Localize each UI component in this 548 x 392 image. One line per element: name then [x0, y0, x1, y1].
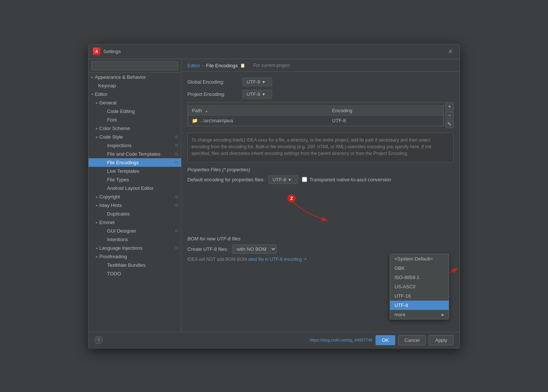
sidebar-item-gui-designer[interactable]: GUI Designer⧉	[88, 227, 181, 235]
create-utf8-select[interactable]: with NO BOM	[232, 244, 277, 254]
search-input[interactable]	[91, 61, 178, 70]
title-bar-left: A Settings	[93, 48, 121, 55]
chevron-icon: ▸	[96, 126, 98, 130]
search-box	[88, 59, 181, 73]
breadcrumb-project[interactable]: For current project	[254, 63, 290, 68]
sidebar-item-todo[interactable]: TODO	[88, 269, 181, 278]
sidebar-item-label: GUI Designer	[107, 228, 136, 234]
dropdown-item-utf-16[interactable]: UTF-16	[390, 291, 449, 301]
dropdown-item-more[interactable]: more▸	[390, 310, 449, 319]
dropdown-item-us-ascii[interactable]: US-ASCII	[390, 282, 449, 291]
sidebar-item-label: General	[99, 100, 116, 106]
footer-right: https://blog.csdn.net/qq_44987746 OK Can…	[310, 335, 454, 345]
dialog-body: ▸Appearance & BehaviorKeymap▾Editor▸Gene…	[88, 59, 460, 332]
sidebar-item-keymap[interactable]: Keymap	[88, 81, 181, 90]
info-text: To change encoding IntelliJ IDEA uses fo…	[187, 133, 454, 162]
properties-row: Default encoding for properties files: U…	[187, 175, 454, 184]
sidebar-item-general[interactable]: ▸General	[88, 98, 181, 107]
sidebar-item-file-encodings[interactable]: File Encodings⧉	[88, 158, 181, 167]
sidebar-item-copyright[interactable]: ▸Copyright⧉	[88, 192, 181, 201]
properties-section-title: Properties Files (*.properties)	[187, 167, 454, 172]
submenu-arrow-icon: ▸	[442, 312, 444, 317]
default-encoding-dropdown[interactable]: UTF-8 ▾	[268, 175, 298, 184]
sidebar: ▸Appearance & BehaviorKeymap▾Editor▸Gene…	[88, 59, 181, 332]
content-area: Global Encoding: UTF-8 ▾ Project Encodin…	[181, 72, 460, 332]
help-button[interactable]: ?	[94, 336, 103, 344]
sidebar-item-editor[interactable]: ▾Editor	[88, 90, 181, 98]
edit-path-button[interactable]: ✎	[445, 120, 454, 128]
sidebar-item-inlay-hints[interactable]: ▸Inlay Hints⧉	[88, 201, 181, 210]
chevron-icon: ▸	[96, 220, 98, 224]
remove-path-button[interactable]: −	[445, 111, 454, 119]
project-icon: 📋	[240, 63, 245, 68]
dropdown-item-iso-8859-1[interactable]: ISO-8859-1	[390, 273, 449, 282]
dropdown-item-label: ISO-8859-1	[394, 275, 419, 280]
dropdown-item-label: <System Default>	[394, 256, 433, 262]
apply-button[interactable]: Apply	[429, 335, 454, 345]
sidebar-item-font[interactable]: Font	[88, 116, 181, 124]
breadcrumb-separator: ›	[202, 63, 204, 68]
sidebar-item-emmet[interactable]: ▸Emmet	[88, 218, 181, 227]
breadcrumb-parent[interactable]: Editor	[187, 63, 200, 68]
footer-link[interactable]: https://blog.csdn.net/qq_44987746	[310, 338, 373, 342]
app-icon: A	[93, 48, 100, 55]
dropdown-item--system-default-[interactable]: <System Default>	[390, 254, 449, 263]
dropdown-item-utf-8[interactable]: UTF-8	[390, 301, 449, 310]
add-path-button[interactable]: +	[445, 102, 454, 110]
dropdown-items: <System Default>GBKISO-8859-1US-ASCIIUTF…	[390, 254, 449, 319]
sidebar-item-code-editing[interactable]: Code Editing	[88, 107, 181, 116]
global-encoding-label: Global Encoding:	[187, 79, 239, 85]
sidebar-item-appearance-&-behavior[interactable]: ▸Appearance & Behavior	[88, 73, 181, 81]
close-button[interactable]: ✕	[446, 47, 455, 56]
dropdown-item-label: US-ASCII	[394, 284, 415, 289]
table-row[interactable]: 📁...\src\main\javaUTF-8	[188, 115, 444, 126]
transparent-checkbox[interactable]	[302, 177, 307, 182]
global-encoding-row: Global Encoding: UTF-8 ▾	[187, 78, 454, 86]
copy-icon: ⧉	[175, 152, 178, 156]
dropdown-item-label: UTF-16	[394, 293, 411, 299]
cancel-button[interactable]: Cancel	[398, 335, 426, 345]
sidebar-item-code-style[interactable]: ▸Code Style⧉	[88, 133, 181, 141]
sidebar-item-label: Proofreading	[99, 254, 127, 259]
sidebar-item-label: Duplicates	[107, 211, 130, 217]
sidebar-item-android-layout-editor[interactable]: Android Layout Editor	[88, 184, 181, 192]
sidebar-item-proofreading[interactable]: ▸Proofreading	[88, 252, 181, 261]
sidebar-item-live-templates[interactable]: Live Templates	[88, 167, 181, 175]
path-table-container: Path ▲ Encoding 📁...\src\main\javaUTF-8	[187, 102, 444, 126]
sidebar-item-label: Language Injections	[99, 245, 142, 251]
sidebar-items-container: ▸Appearance & BehaviorKeymap▾Editor▸Gene…	[88, 73, 181, 278]
settings-dialog: A Settings ✕ ▸Appearance & BehaviorKeyma…	[88, 44, 460, 349]
sidebar-item-color-scheme[interactable]: ▸Color Scheme	[88, 124, 181, 133]
sidebar-item-label: Color Scheme	[99, 126, 130, 131]
dialog-title: Settings	[103, 49, 121, 54]
chevron-icon: ▸	[96, 101, 98, 105]
col-path[interactable]: Path ▲	[188, 106, 329, 115]
sidebar-item-label: Android Layout Editor	[107, 185, 154, 191]
sidebar-item-label: Font	[107, 117, 117, 123]
dropdown-item-gbk[interactable]: GBK	[390, 263, 449, 273]
ok-button[interactable]: OK	[375, 335, 395, 345]
sidebar-item-duplicates[interactable]: Duplicates	[88, 210, 181, 218]
project-encoding-row: Project Encoding: UTF-8 ▾	[187, 90, 454, 98]
sidebar-item-file-types[interactable]: File Types	[88, 175, 181, 184]
bom-section-title: BOM for new UTF-8 files	[187, 236, 454, 242]
project-encoding-dropdown[interactable]: UTF-8 ▾	[242, 90, 272, 98]
col-encoding[interactable]: Encoding	[328, 106, 443, 115]
chevron-icon: ▸	[96, 255, 98, 259]
sidebar-item-label: Inlay Hints	[99, 203, 122, 208]
global-encoding-dropdown[interactable]: UTF-8 ▾	[242, 78, 272, 86]
transparent-label: Transparent native-to-ascii conversion	[309, 177, 391, 182]
sidebar-item-label: Live Templates	[107, 168, 139, 174]
dropdown-item-label: GBK	[394, 265, 404, 271]
sidebar-item-language-injections[interactable]: ▸Language Injections⧉	[88, 244, 181, 252]
sidebar-item-file-and-code-templates[interactable]: File and Code Templates⧉	[88, 150, 181, 158]
sidebar-item-label: Code Style	[99, 134, 123, 140]
sidebar-item-inspections[interactable]: Inspections⧉	[88, 141, 181, 150]
sidebar-item-intentions[interactable]: Intentions	[88, 235, 181, 244]
chevron-icon: ▾	[91, 92, 93, 96]
sidebar-item-textmate-bundles[interactable]: TextMate Bundles	[88, 261, 181, 269]
breadcrumb: Editor › File Encodings 📋 For current pr…	[181, 59, 460, 72]
path-table: Path ▲ Encoding 📁...\src\main\javaUTF-8	[188, 106, 444, 126]
bom-info-link[interactable]: ated file in UTF-8 encoding ↗	[248, 257, 307, 262]
sidebar-item-label: Intentions	[107, 237, 128, 242]
